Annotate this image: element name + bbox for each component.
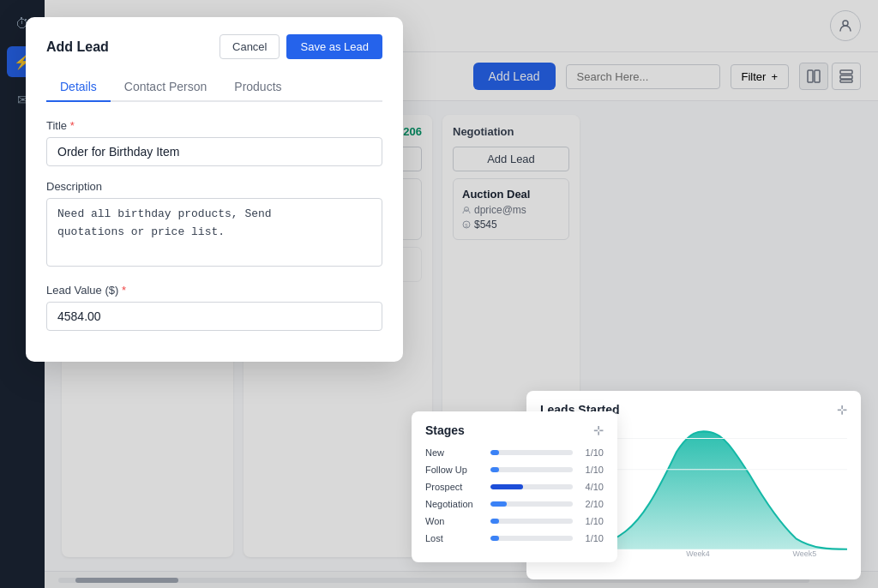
required-star-value: * — [118, 284, 126, 297]
stage-bar-fill-new — [490, 450, 499, 455]
stage-row-new: New 1/10 — [425, 447, 604, 458]
stage-bar-track-lost — [490, 536, 573, 541]
modal-title: Add Lead — [46, 39, 109, 55]
stage-row-won: Won 1/10 — [425, 516, 604, 526]
form-group-lead-value: Lead Value ($) * — [46, 284, 382, 331]
tab-details[interactable]: Details — [46, 73, 111, 102]
required-star-title: * — [67, 119, 75, 132]
stage-bar-fill-negotiation — [490, 501, 507, 507]
cancel-button[interactable]: Cancel — [220, 34, 280, 59]
stages-widget-header: Stages ⊹ — [425, 423, 604, 437]
stage-name-negotiation: Negotiation — [425, 499, 484, 509]
stage-bar-fill-prospect — [490, 484, 523, 489]
modal-header: Add Lead Cancel Save as Lead — [46, 34, 382, 59]
description-label: Description — [46, 180, 382, 193]
add-lead-modal: Add Lead Cancel Save as Lead Details Con… — [26, 17, 403, 362]
form-group-description: Description Need all birthday products, … — [46, 180, 382, 270]
stages-title: Stages — [425, 423, 465, 437]
stage-name-won: Won — [425, 516, 484, 526]
stages-widget: Stages ⊹ New 1/10 Follow Up 1/10 Prospec… — [412, 411, 617, 562]
stage-count-won: 1/10 — [580, 516, 604, 526]
stage-bar-fill-followup — [490, 467, 499, 472]
tab-contact-person[interactable]: Contact Person — [111, 73, 221, 102]
stage-row-prospect: Prospect 4/10 — [425, 482, 604, 492]
tab-products[interactable]: Products — [220, 73, 295, 102]
stage-name-prospect: Prospect — [425, 482, 484, 492]
form-group-title: Title * — [46, 119, 382, 166]
modal-tabs: Details Contact Person Products — [46, 73, 382, 102]
stage-bar-track-new — [490, 450, 573, 455]
stage-bar-track-prospect — [490, 484, 573, 489]
stages-drag-icon[interactable]: ⊹ — [593, 423, 604, 437]
app-shell: ⏱ ⚡ ✉ ◆ Krayin Leads Add Lead Filter — [0, 0, 878, 588]
stage-bar-track-won — [490, 519, 573, 524]
chart-drag-icon[interactable]: ⊹ — [837, 403, 847, 417]
stage-row-negotiation: Negotiation 2/10 — [425, 499, 604, 509]
stage-count-negotiation: 2/10 — [580, 499, 604, 509]
description-textarea[interactable]: Need all birthday products, Send quotati… — [46, 198, 382, 267]
svg-text:Week4: Week4 — [686, 549, 710, 558]
modal-actions: Cancel Save as Lead — [220, 34, 382, 59]
stage-bar-track-followup — [490, 467, 573, 472]
stage-count-followup: 1/10 — [580, 465, 604, 475]
stage-bar-track-negotiation — [490, 501, 573, 507]
save-lead-button[interactable]: Save as Lead — [286, 34, 382, 59]
lead-value-input[interactable] — [46, 302, 382, 331]
stage-count-lost: 1/10 — [580, 533, 604, 543]
title-input[interactable] — [46, 137, 382, 166]
stage-row-followup: Follow Up 1/10 — [425, 465, 604, 475]
stage-count-new: 1/10 — [580, 447, 604, 458]
stage-count-prospect: 4/10 — [580, 482, 604, 492]
stage-bar-fill-won — [490, 519, 499, 524]
stage-bar-fill-lost — [490, 536, 499, 541]
stage-name-followup: Follow Up — [425, 465, 484, 475]
stage-name-lost: Lost — [425, 533, 484, 543]
lead-value-label: Lead Value ($) * — [46, 284, 382, 297]
svg-text:Week5: Week5 — [792, 549, 816, 558]
title-label: Title * — [46, 119, 382, 132]
stage-row-lost: Lost 1/10 — [425, 533, 604, 543]
stage-name-new: New — [425, 447, 484, 458]
